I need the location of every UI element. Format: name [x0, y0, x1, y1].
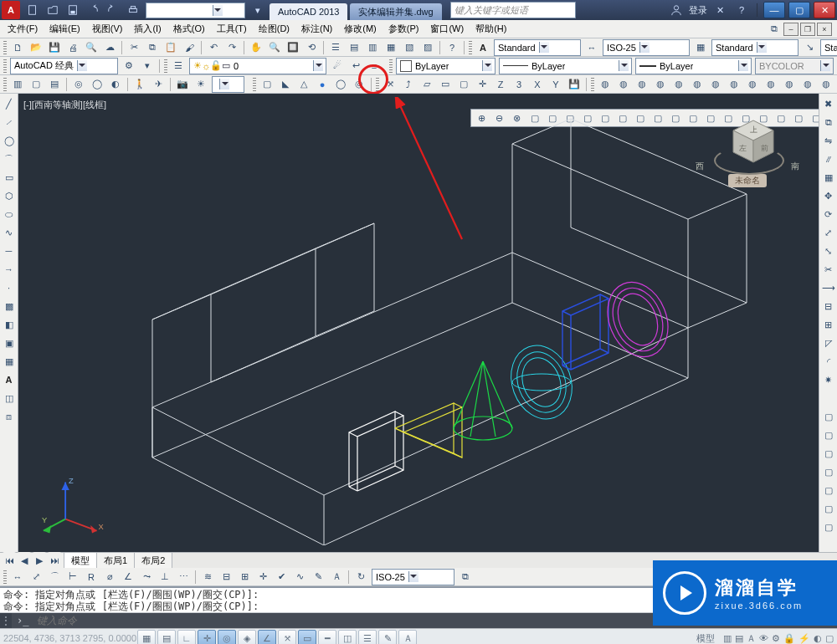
ws-switch-icon[interactable]: ⚙	[772, 633, 780, 644]
drawing-canvas[interactable]: [-][西南等轴测][线框] ⊕ ⊖ ⊗ ▢ ▢ ▢ ▢ ▢ ▢ ▢ ▢ ▢ ▢…	[18, 94, 819, 552]
qat-workspace-combo[interactable]: AutoCAD 经典	[146, 3, 245, 18]
redo-icon[interactable]: ↷	[223, 39, 240, 56]
torus-icon[interactable]: ◎	[351, 76, 367, 93]
dimjogline-icon[interactable]: ∿	[291, 569, 308, 585]
lock-ui-icon[interactable]: 🔒	[783, 633, 795, 644]
region-icon[interactable]: ▣	[1, 335, 18, 351]
isolate-icon[interactable]: ◐	[814, 633, 822, 644]
app-tab-document[interactable]: 实体编辑并集.dwg	[350, 3, 441, 20]
menu-dim[interactable]: 标注(N)	[295, 21, 338, 38]
save-icon[interactable]: 💾	[46, 39, 63, 56]
text-icon[interactable]: A	[475, 39, 491, 56]
se-8-icon[interactable]: ◍	[726, 76, 742, 93]
se-3-icon[interactable]: ◍	[634, 76, 650, 93]
tpy-toggle[interactable]: ◫	[338, 630, 357, 644]
annovis-icon[interactable]: 👁	[759, 633, 768, 643]
polygon-icon[interactable]: ⬡	[1, 187, 18, 204]
app-tab-product[interactable]: AutoCAD 2013	[270, 3, 347, 20]
hatch-icon[interactable]: ▩	[1, 298, 18, 314]
qat-overflow-icon[interactable]: ▾	[249, 2, 266, 18]
preview-icon[interactable]: 🔍	[83, 39, 100, 56]
pan-icon[interactable]: ✋	[248, 39, 264, 56]
layout-tab-1[interactable]: 布局1	[97, 553, 135, 568]
se-2-icon[interactable]: ◍	[615, 76, 632, 93]
se-11-icon[interactable]: ◍	[781, 76, 798, 93]
layer-state-icon[interactable]: ≡	[366, 58, 383, 74]
dimdia-icon[interactable]: ⌀	[101, 569, 118, 585]
dimang-icon[interactable]: ∠	[120, 569, 136, 585]
cut-icon[interactable]: ✂	[126, 39, 142, 56]
viewcube-name-chip[interactable]: 未命名	[728, 174, 767, 187]
mleader-style-icon[interactable]: ↘	[801, 39, 818, 56]
polar-toggle[interactable]: ✛	[198, 630, 216, 644]
quickview-layouts-icon[interactable]: ▥	[723, 633, 732, 644]
qat-save-icon[interactable]	[64, 2, 81, 18]
help-icon[interactable]: ?	[733, 2, 750, 18]
dimedit-icon[interactable]: ✎	[310, 569, 326, 585]
ucs-face-icon[interactable]: ▱	[418, 76, 435, 93]
sheetset-icon[interactable]: ▦	[383, 39, 399, 56]
ucs-prev-icon[interactable]: ⤴	[400, 76, 417, 93]
mirror-icon[interactable]: ⇋	[820, 132, 837, 149]
layout-tab-2[interactable]: 布局2	[135, 553, 172, 568]
tab-nav-next-icon[interactable]: ▶	[33, 552, 46, 569]
qat-print-icon[interactable]	[125, 2, 141, 18]
qat-undo-icon[interactable]	[85, 2, 101, 18]
signin-icon[interactable]	[668, 2, 685, 18]
point-icon[interactable]: ·	[1, 279, 18, 296]
se-12-icon[interactable]: ◍	[799, 76, 816, 93]
menu-view[interactable]: 视图(V)	[86, 21, 129, 38]
dimupdate-icon[interactable]: ↻	[352, 569, 369, 585]
zoom-rt-icon[interactable]: 🔍	[266, 39, 283, 56]
otrack-toggle[interactable]: ∠	[258, 630, 276, 644]
status-coordinates[interactable]: 22504, 4736, 3713 2795, 0.0000	[3, 633, 137, 643]
menu-insert[interactable]: 插入(I)	[128, 21, 167, 38]
dimaligned-icon[interactable]: ⤢	[28, 569, 44, 585]
mod-extra-1-icon[interactable]: ▢	[820, 408, 837, 425]
scale-icon[interactable]: ⤢	[820, 224, 837, 241]
ucs-x-icon[interactable]: X	[529, 76, 546, 93]
window-close-button[interactable]: ✕	[814, 2, 835, 18]
ray-icon[interactable]: →	[1, 261, 18, 278]
dimstyle-dlg-icon[interactable]: ⧉	[457, 569, 474, 585]
infocenter-search-input[interactable]: 键入关键字或短语	[450, 2, 576, 18]
explode-icon[interactable]: ✷	[820, 371, 837, 388]
snap-toggle[interactable]: ▦	[137, 630, 156, 644]
block-icon[interactable]: ◫	[1, 390, 18, 406]
toolbar-grip[interactable]	[3, 78, 7, 91]
dimspace-icon[interactable]: ≋	[199, 569, 216, 585]
cleanscreen-icon[interactable]: ▢	[825, 633, 834, 644]
arc-icon[interactable]: ⌒	[1, 151, 18, 167]
dimrad-icon[interactable]: R	[83, 569, 100, 585]
mod-extra-3-icon[interactable]: ▢	[820, 445, 837, 462]
menu-tools[interactable]: 工具(T)	[211, 21, 253, 38]
tolerance-icon[interactable]: ⊞	[236, 569, 253, 585]
dimstyle-combo-2[interactable]: ISO-25	[372, 569, 454, 585]
se-1-icon[interactable]: ◍	[597, 76, 614, 93]
dyn-toggle[interactable]: ▭	[298, 630, 316, 644]
gradient-icon[interactable]: ◧	[1, 316, 18, 333]
dimbase-icon[interactable]: ⊥	[157, 569, 173, 585]
toolbar-grip[interactable]	[376, 78, 379, 91]
ucs-view-icon[interactable]: ▢	[455, 76, 472, 93]
am-toggle[interactable]: Ａ	[398, 630, 417, 644]
insert-icon[interactable]: ⧈	[1, 408, 18, 425]
stretch-icon[interactable]: ⤡	[820, 243, 837, 259]
mleaderstyle-combo[interactable]: Standard	[820, 39, 837, 56]
orbit-cont-icon[interactable]: ◐	[107, 76, 124, 93]
cone-icon[interactable]: △	[295, 76, 312, 93]
app-menu-button[interactable]: A	[2, 1, 20, 19]
qp-toggle[interactable]: ☰	[358, 630, 377, 644]
mdi-restore-button[interactable]: ❐	[800, 23, 815, 36]
dimarc-icon[interactable]: ⌒	[46, 569, 63, 585]
spline-icon[interactable]: ∿	[1, 224, 18, 241]
window-minimize-button[interactable]: —	[763, 2, 785, 18]
viewcube-compass-ring[interactable]	[714, 146, 784, 175]
extend-icon[interactable]: ⟶	[820, 279, 837, 296]
tablestyle-combo[interactable]: Standard	[711, 39, 798, 56]
sphere-icon[interactable]: ●	[314, 76, 331, 93]
qcalc-icon[interactable]: ▨	[419, 39, 436, 56]
fillet-icon[interactable]: ◜	[820, 353, 837, 370]
menu-draw[interactable]: 绘图(D)	[253, 21, 295, 38]
ucs-obj-icon[interactable]: ▭	[437, 76, 454, 93]
